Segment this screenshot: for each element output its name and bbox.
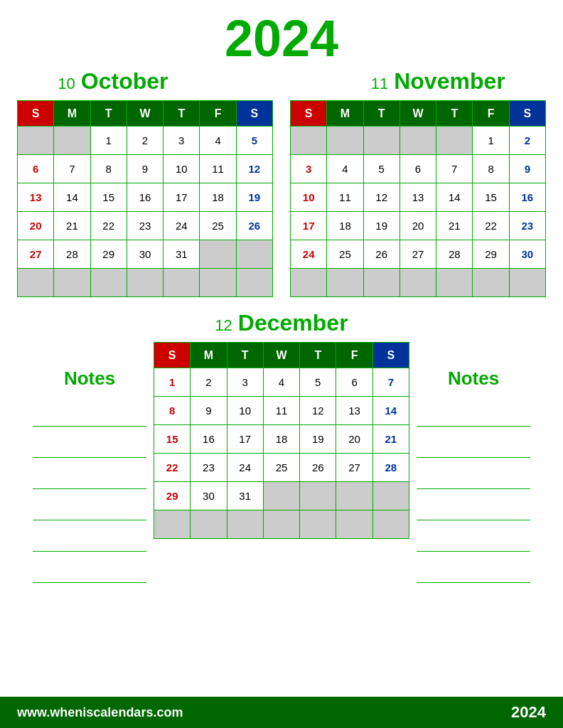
october-number: 10 [58,75,75,93]
notes-left-title: Notes [26,368,154,390]
table-row [236,269,272,297]
table-row: 27 [400,240,436,269]
table-row: 26 [363,240,400,269]
table-row: 2 [509,127,545,155]
table-row: 3 [227,368,263,397]
footer-url: www.wheniscalendars.com [17,705,183,720]
table-row: 23 [509,212,545,240]
december-calendar: S M T W T F S 12345678910111213141516171… [154,342,409,539]
nov-header-mon: M [327,101,363,127]
note-line-r3 [417,458,530,489]
table-row [163,269,200,297]
table-row: 21 [372,425,409,454]
oct-header-sun: S [18,101,54,127]
nov-header-wed: W [400,101,436,127]
table-row: 30 [509,240,545,269]
notes-left-lines [26,395,154,583]
table-row: 20 [400,212,436,240]
dec-header-sat: S [372,343,409,368]
table-row [363,127,400,155]
note-line-r6 [417,552,530,583]
table-row [300,510,336,539]
table-row: 18 [200,183,236,212]
note-line-r4 [417,489,530,520]
nov-header-thu: T [436,101,473,127]
october-calendar: S M T W T F S 12345678910111213141516171… [17,100,273,297]
table-row: 20 [18,212,54,240]
dec-header-tue: T [227,343,263,368]
table-row [363,269,400,297]
table-row: 23 [191,454,227,482]
table-row: 18 [263,425,299,454]
table-row [200,240,236,269]
table-row [127,269,163,297]
table-row: 3 [163,127,200,155]
table-row: 9 [191,397,227,425]
table-row: 25 [327,240,363,269]
notes-right-title: Notes [409,368,537,390]
table-row: 7 [436,155,473,183]
table-row: 18 [327,212,363,240]
table-row: 1 [473,127,509,155]
table-row: 23 [127,212,163,240]
nov-header-sat: S [509,101,545,127]
table-row [436,127,473,155]
table-row: 29 [154,482,191,510]
table-row: 25 [263,454,299,482]
table-row [200,269,236,297]
oct-header-fri: F [200,101,236,127]
table-row [336,510,372,539]
table-row: 2 [191,368,227,397]
table-row: 6 [400,155,436,183]
dec-header-fri: F [336,343,372,368]
table-row: 11 [327,183,363,212]
table-row [54,269,90,297]
table-row: 11 [200,155,236,183]
table-row [227,510,263,539]
table-row: 3 [291,155,327,183]
table-row: 26 [300,454,336,482]
nov-header-tue: T [363,101,400,127]
table-row: 26 [236,212,272,240]
december-number: 12 [215,316,232,335]
table-row: 1 [154,368,191,397]
table-row [300,482,336,510]
table-row: 28 [372,454,409,482]
table-row: 16 [509,183,545,212]
table-row: 29 [473,240,509,269]
note-line-1 [33,395,146,427]
table-row: 29 [90,240,127,269]
table-row: 15 [90,183,127,212]
note-line-3 [33,458,146,489]
table-row [291,127,327,155]
table-row: 5 [300,368,336,397]
nov-header-fri: F [473,101,509,127]
table-row: 12 [363,183,400,212]
calendars-top: S M T W T F S 12345678910111213141516171… [0,95,563,297]
table-row: 30 [127,240,163,269]
table-row [236,240,272,269]
table-row [372,510,409,539]
table-row: 15 [154,425,191,454]
table-row: 17 [163,183,200,212]
table-row: 7 [372,368,409,397]
october-label: 10 October [58,68,168,95]
table-row: 16 [191,425,227,454]
table-row: 10 [227,397,263,425]
table-row: 24 [163,212,200,240]
table-row: 22 [90,212,127,240]
table-row [18,127,54,155]
footer-year: 2024 [511,703,546,722]
table-row: 22 [473,212,509,240]
oct-header-wed: W [127,101,163,127]
table-row [436,269,473,297]
november-calendar: S M T W T F S 12345678910111213141516171… [290,100,546,297]
table-row: 20 [336,425,372,454]
table-row: 14 [54,183,90,212]
table-row: 14 [372,397,409,425]
october-name: October [81,68,168,95]
table-row: 19 [363,212,400,240]
table-row: 8 [90,155,127,183]
table-row [54,127,90,155]
december-label-row: 12 December [215,310,348,336]
